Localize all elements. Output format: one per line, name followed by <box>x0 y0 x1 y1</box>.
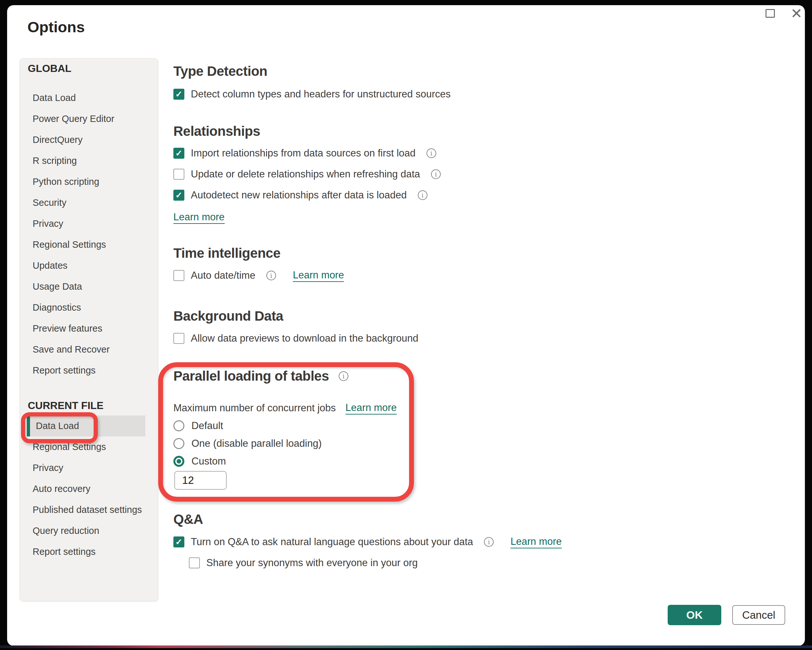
sidebar-item-regional-settings-global[interactable]: Regional Settings <box>20 234 158 255</box>
learn-more-link-parallel-loading[interactable]: Learn more <box>345 402 397 414</box>
section-title-relationships: Relationships <box>173 123 260 139</box>
radio-label: Custom <box>191 455 226 467</box>
custom-jobs-input[interactable] <box>174 471 227 490</box>
learn-more-link-qa[interactable]: Learn more <box>510 536 562 548</box>
sidebar: GLOBAL Data Load Power Query Editor Dire… <box>19 58 158 601</box>
checkbox-allow-data-previews[interactable] <box>173 333 184 344</box>
radio-one-disable-parallel[interactable] <box>173 438 184 449</box>
radio-label: Default <box>191 420 223 432</box>
radio-row-custom: Custom <box>173 455 226 468</box>
maximize-icon[interactable] <box>766 9 775 18</box>
max-concurrent-jobs-label: Maximum number of concurrent jobs <box>173 402 336 414</box>
radio-dot <box>177 459 181 464</box>
info-icon[interactable]: i <box>266 271 276 280</box>
sidebar-item-power-query-editor[interactable]: Power Query Editor <box>20 108 158 129</box>
screen-background: Options ✕ GLOBAL Data Load Power Query E… <box>0 0 812 650</box>
check-icon: ✓ <box>175 148 182 158</box>
radio-row-default: Default <box>173 419 223 432</box>
checkbox-label: Auto date/time <box>191 270 255 281</box>
sidebar-item-preview-features[interactable]: Preview features <box>20 318 158 339</box>
sidebar-item-security[interactable]: Security <box>20 192 158 213</box>
options-dialog: Options ✕ GLOBAL Data Load Power Query E… <box>7 5 805 646</box>
checkbox-row-update-delete-relationships: Update or delete relationships when refr… <box>173 168 441 181</box>
checkbox-label: Turn on Q&A to ask natural language ques… <box>191 536 473 548</box>
sidebar-item-report-settings-global[interactable]: Report settings <box>20 360 158 381</box>
learn-more-link-relationships[interactable]: Learn more <box>173 211 225 224</box>
section-title-background-data: Background Data <box>173 308 283 324</box>
checkbox-import-relationships[interactable]: ✓ <box>173 148 184 159</box>
checkbox-label: Allow data previews to download in the b… <box>191 333 418 344</box>
checkbox-row-turn-on-qa: ✓ Turn on Q&A to ask natural language qu… <box>173 536 562 548</box>
info-icon[interactable]: i <box>426 148 436 158</box>
sidebar-item-regional-settings-current[interactable]: Regional Settings <box>20 437 158 457</box>
radio-custom[interactable] <box>173 456 184 467</box>
section-title-type-detection: Type Detection <box>173 63 267 79</box>
radio-label: One (disable parallel loading) <box>191 438 322 449</box>
sidebar-header-current-file: CURRENT FILE <box>20 396 158 416</box>
sidebar-item-report-settings-current[interactable]: Report settings <box>20 541 158 562</box>
checkbox-row-autodetect-relationships: ✓ Autodetect new relationships after dat… <box>173 189 427 202</box>
sidebar-item-directquery[interactable]: DirectQuery <box>20 129 158 150</box>
checkbox-detect-column-types[interactable]: ✓ <box>173 89 184 100</box>
checkbox-share-synonyms[interactable] <box>189 557 200 568</box>
radio-default[interactable] <box>173 420 184 431</box>
checkbox-row-import-relationships: ✓ Import relationships from data sources… <box>173 147 436 160</box>
checkbox-row-allow-data-previews: Allow data previews to download in the b… <box>173 332 418 345</box>
ok-button[interactable]: OK <box>668 605 721 625</box>
check-icon: ✓ <box>175 89 182 99</box>
checkbox-autodetect-relationships[interactable]: ✓ <box>173 190 184 201</box>
check-icon: ✓ <box>175 537 182 547</box>
learn-more-link-time-intelligence[interactable]: Learn more <box>293 269 344 282</box>
sidebar-item-auto-recovery[interactable]: Auto recovery <box>20 478 158 499</box>
sidebar-item-save-and-recover[interactable]: Save and Recover <box>20 339 158 360</box>
sidebar-item-privacy-current[interactable]: Privacy <box>20 457 158 478</box>
info-icon[interactable]: i <box>418 190 427 200</box>
sidebar-item-updates[interactable]: Updates <box>20 255 158 276</box>
section-title-parallel-loading: Parallel loading of tables i <box>173 368 348 384</box>
sidebar-item-query-reduction[interactable]: Query reduction <box>20 520 158 541</box>
checkbox-label: Autodetect new relationships after data … <box>191 189 407 201</box>
cancel-button[interactable]: Cancel <box>732 605 785 625</box>
info-icon[interactable]: i <box>484 537 494 547</box>
sidebar-item-python-scripting[interactable]: Python scripting <box>20 171 158 192</box>
radio-row-one: One (disable parallel loading) <box>173 437 322 450</box>
info-icon[interactable]: i <box>339 371 348 381</box>
sidebar-item-usage-data[interactable]: Usage Data <box>20 276 158 297</box>
checkbox-row-detect-column-types: ✓ Detect column types and headers for un… <box>173 88 451 100</box>
sidebar-item-published-dataset-settings[interactable]: Published dataset settings <box>20 499 158 520</box>
checkbox-turn-on-qa[interactable]: ✓ <box>173 536 184 547</box>
checkbox-label: Detect column types and headers for unst… <box>191 88 451 100</box>
max-concurrent-jobs-row: Maximum number of concurrent jobs Learn … <box>173 402 397 414</box>
checkbox-row-auto-date-time: Auto date/time i Learn more <box>173 269 344 282</box>
close-icon[interactable]: ✕ <box>788 4 804 23</box>
checkbox-auto-date-time[interactable] <box>173 270 184 281</box>
dialog-title: Options <box>27 18 85 36</box>
sidebar-item-diagnostics[interactable]: Diagnostics <box>20 297 158 318</box>
section-title-qa: Q&A <box>173 511 203 527</box>
checkbox-label: Update or delete relationships when refr… <box>191 168 420 180</box>
checkbox-row-share-synonyms: Share your synonyms with everyone in you… <box>189 556 418 569</box>
sidebar-item-privacy-global[interactable]: Privacy <box>20 213 158 234</box>
bottom-edge-gradient <box>0 645 812 648</box>
check-icon: ✓ <box>175 190 182 200</box>
checkbox-update-delete-relationships[interactable] <box>173 169 184 180</box>
sidebar-header-global: GLOBAL <box>20 58 158 78</box>
checkbox-label: Import relationships from data sources o… <box>191 148 415 159</box>
info-icon[interactable]: i <box>431 169 441 179</box>
relationships-learn-more-row: Learn more <box>173 211 225 224</box>
sidebar-item-data-load-global[interactable]: Data Load <box>20 87 158 108</box>
checkbox-label: Share your synonyms with everyone in you… <box>206 557 418 569</box>
section-title-text: Parallel loading of tables <box>173 368 329 384</box>
section-title-time-intelligence: Time intelligence <box>173 245 281 261</box>
sidebar-item-data-load-current-selected[interactable]: Data Load <box>27 416 145 437</box>
sidebar-item-r-scripting[interactable]: R scripting <box>20 150 158 171</box>
